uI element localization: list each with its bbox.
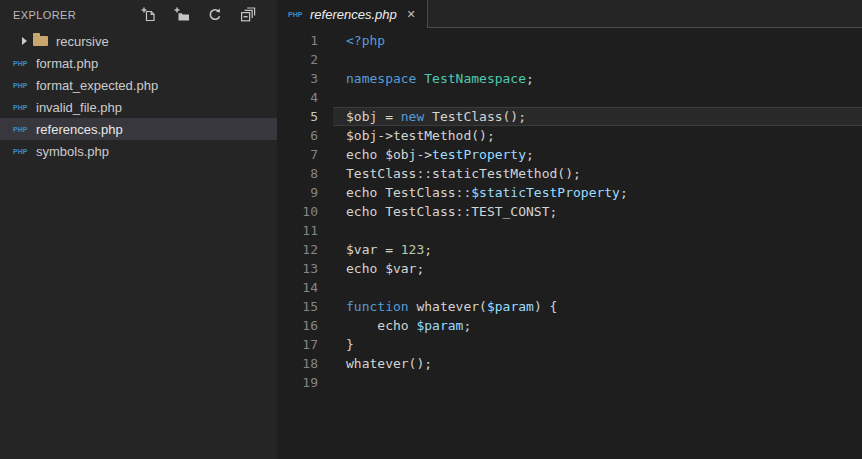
line-content: $var = 123; [333, 240, 862, 259]
code-line-16[interactable]: 16 echo $param; [277, 316, 862, 335]
code-token: $obj = [346, 109, 401, 124]
code-line-15[interactable]: 15function whatever($param) { [277, 297, 862, 316]
line-content [333, 373, 862, 392]
explorer-header: EXPLORER [0, 0, 277, 28]
tree-item-symbols-php[interactable]: PHPsymbols.php [0, 140, 277, 162]
line-content [333, 50, 862, 69]
tree-item-label: recursive [56, 34, 109, 49]
line-number[interactable]: 12 [277, 240, 333, 259]
folder-icon [33, 36, 48, 46]
tree-item-format-expected-php[interactable]: PHPformat_expected.php [0, 74, 277, 96]
code-token: echo $obj-> [346, 147, 432, 162]
code-line-14[interactable]: 14 [277, 278, 862, 297]
tab-close-button[interactable]: ✕ [403, 6, 419, 22]
line-number[interactable]: 4 [277, 88, 333, 107]
code-line-17[interactable]: 17} [277, 335, 862, 354]
line-number[interactable]: 17 [277, 335, 333, 354]
code-token: echo TestClass:: [346, 185, 471, 200]
code-token: } [346, 337, 354, 352]
code-line-6[interactable]: 6$obj->testMethod(); [277, 126, 862, 145]
line-content: function whatever($param) { [333, 297, 862, 316]
line-number[interactable]: 11 [277, 221, 333, 240]
line-content: <?php [333, 31, 862, 50]
php-file-icon: PHP [13, 82, 33, 89]
line-content: echo TestClass::TEST_CONST; [333, 202, 862, 221]
refresh-icon [207, 7, 223, 23]
code-token: namespace [346, 71, 416, 86]
tab-references-php[interactable]: PHP references.php ✕ [277, 0, 428, 28]
new-folder-button[interactable] [173, 6, 191, 24]
code-token: whatever( [409, 299, 487, 314]
code-token: TestNamespace [424, 71, 526, 86]
code-line-11[interactable]: 11 [277, 221, 862, 240]
collapse-all-icon [240, 7, 256, 23]
code-editor[interactable]: 1<?php23namespace TestNamespace;45$obj =… [277, 28, 862, 459]
code-line-1[interactable]: 1<?php [277, 31, 862, 50]
tree-item-label: format_expected.php [36, 78, 158, 93]
tree-item-recursive[interactable]: recursive [0, 30, 277, 52]
tree-item-references-php[interactable]: PHPreferences.php [0, 118, 277, 140]
code-line-9[interactable]: 9echo TestClass::$staticTestProperty; [277, 183, 862, 202]
code-line-5[interactable]: 5$obj = new TestClass(); [277, 107, 862, 126]
new-file-icon [141, 7, 157, 23]
line-number[interactable]: 19 [277, 373, 333, 392]
tree-item-invalid-file-php[interactable]: PHPinvalid_file.php [0, 96, 277, 118]
line-number[interactable]: 10 [277, 202, 333, 221]
php-file-icon: PHP [13, 104, 33, 111]
line-number[interactable]: 16 [277, 316, 333, 335]
line-content [333, 221, 862, 240]
code-token: ; [620, 185, 628, 200]
tab-bar-empty-space [428, 0, 862, 28]
code-line-13[interactable]: 13echo $var; [277, 259, 862, 278]
line-number[interactable]: 15 [277, 297, 333, 316]
line-number[interactable]: 18 [277, 354, 333, 373]
line-number[interactable]: 5 [277, 107, 333, 126]
code-token: echo [346, 318, 416, 333]
line-content: namespace TestNamespace; [333, 69, 862, 88]
line-number[interactable]: 8 [277, 164, 333, 183]
code-line-3[interactable]: 3namespace TestNamespace; [277, 69, 862, 88]
vscode-window: EXPLORER recursivePHPformat.phpPHPformat… [0, 0, 862, 459]
code-token: ) { [534, 299, 557, 314]
line-content [333, 88, 862, 107]
line-number[interactable]: 9 [277, 183, 333, 202]
code-token: $param [487, 299, 534, 314]
line-content: TestClass::staticTestMethod(); [333, 164, 862, 183]
tree-item-label: invalid_file.php [36, 100, 122, 115]
line-number[interactable]: 6 [277, 126, 333, 145]
code-line-19[interactable]: 19 [277, 373, 862, 392]
line-number[interactable]: 2 [277, 50, 333, 69]
code-line-4[interactable]: 4 [277, 88, 862, 107]
code-line-12[interactable]: 12$var = 123; [277, 240, 862, 259]
chevron-right-icon [22, 37, 27, 45]
tree-item-label: references.php [36, 122, 123, 137]
code-token: testProperty [432, 147, 526, 162]
code-line-2[interactable]: 2 [277, 50, 862, 69]
code-line-7[interactable]: 7echo $obj->testProperty; [277, 145, 862, 164]
line-number[interactable]: 1 [277, 31, 333, 50]
line-number[interactable]: 7 [277, 145, 333, 164]
code-token: ; [424, 242, 432, 257]
tree-item-format-php[interactable]: PHPformat.php [0, 52, 277, 74]
line-number[interactable]: 3 [277, 69, 333, 88]
explorer-title: EXPLORER [13, 9, 140, 21]
new-file-button[interactable] [140, 6, 158, 24]
line-number[interactable]: 13 [277, 259, 333, 278]
line-content: echo $obj->testProperty; [333, 145, 862, 164]
code-token: ; [526, 147, 534, 162]
code-line-8[interactable]: 8TestClass::staticTestMethod(); [277, 164, 862, 183]
new-folder-icon [174, 7, 190, 23]
collapse-all-button[interactable] [239, 6, 257, 24]
code-token: echo TestClass::TEST_CONST; [346, 204, 557, 219]
refresh-button[interactable] [206, 6, 224, 24]
line-content: } [333, 335, 862, 354]
line-number[interactable]: 14 [277, 278, 333, 297]
php-file-icon: PHP [13, 60, 33, 67]
php-file-icon: PHP [13, 148, 33, 155]
explorer-actions [140, 6, 267, 24]
code-line-18[interactable]: 18whatever(); [277, 354, 862, 373]
line-content [333, 278, 862, 297]
tab-label: references.php [310, 7, 403, 22]
line-content: whatever(); [333, 354, 862, 373]
code-line-10[interactable]: 10echo TestClass::TEST_CONST; [277, 202, 862, 221]
